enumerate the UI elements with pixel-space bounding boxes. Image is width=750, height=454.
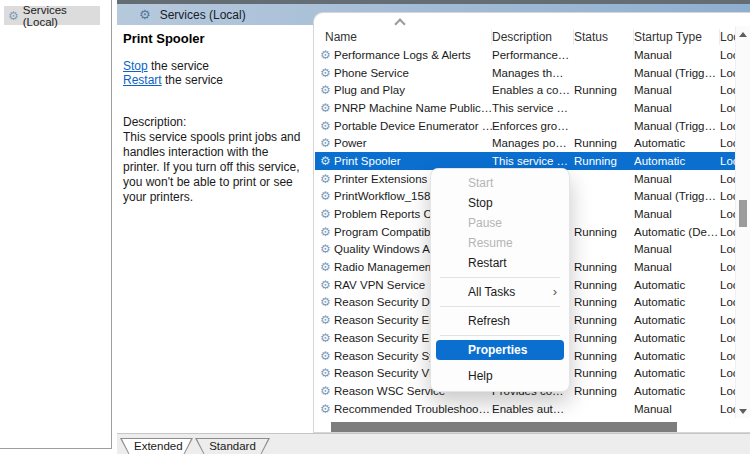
log-on-as-cell: Loc	[720, 385, 736, 397]
status-cell: Running	[574, 261, 634, 273]
log-on-as-cell: Loc	[720, 367, 736, 379]
restart-service-line: Restart the service	[123, 73, 223, 87]
log-on-as-cell: Loc	[720, 137, 736, 149]
menu-item-help[interactable]: Help	[431, 366, 569, 386]
vertical-scrollbar[interactable]	[735, 26, 750, 418]
startup-type-cell: Manual	[634, 208, 720, 220]
description-cell: Enforces gro…	[492, 120, 574, 132]
startup-type-cell: Automatic	[634, 332, 720, 344]
stop-service-link[interactable]: Stop	[123, 59, 148, 73]
status-cell: Running	[574, 137, 634, 149]
tree-item-label: Services (Local)	[23, 4, 100, 28]
log-on-as-cell: Loc	[720, 243, 736, 255]
table-row[interactable]: ⚙Portable Device Enumerator …Enforces gr…	[315, 117, 736, 135]
service-gear-icon: ⚙	[320, 332, 334, 344]
services-gear-icon: ⚙	[139, 8, 151, 21]
log-on-as-cell: Loc	[720, 350, 736, 362]
startup-type-cell: Manual	[634, 49, 720, 61]
submenu-arrow-icon: ›	[553, 282, 557, 302]
restart-service-link[interactable]: Restart	[123, 73, 162, 87]
name-cell: Power	[334, 137, 492, 149]
status-cell: Running	[574, 314, 634, 326]
scroll-down-icon[interactable]	[739, 409, 747, 414]
status-cell: Running	[574, 155, 634, 167]
log-on-as-cell: Loc	[720, 208, 736, 220]
description-cell: Performance…	[492, 49, 574, 61]
table-row[interactable]: ⚙Recommended Troubleshoo…Enables aut…Man…	[315, 400, 736, 418]
table-row[interactable]: ⚙Phone ServiceManages th…Manual (Trigg…L…	[315, 64, 736, 82]
horizontal-scrollbar-thumb[interactable]	[331, 422, 677, 432]
vertical-scrollbar-thumb[interactable]	[739, 200, 747, 227]
context-menu: StartStopPauseResumeRestartAll Tasks›Ref…	[430, 168, 570, 392]
column-header-description[interactable]: Description	[492, 29, 574, 45]
log-on-as-cell: Loc	[720, 84, 736, 96]
view-tab-bar: Extended Standard	[117, 433, 750, 454]
service-gear-icon: ⚙	[320, 243, 334, 255]
startup-type-cell: Manual	[634, 261, 720, 273]
startup-type-cell: Automatic	[634, 137, 720, 149]
name-cell: Phone Service	[334, 67, 492, 79]
description-cell: Manages th…	[492, 67, 574, 79]
log-on-as-cell: Loc	[720, 155, 736, 167]
service-gear-icon: ⚙	[320, 208, 334, 220]
log-on-as-cell: Loc	[720, 67, 736, 79]
status-cell: Running	[574, 385, 634, 397]
startup-type-cell: Automatic (De…	[634, 226, 720, 238]
log-on-as-cell: Loc	[720, 261, 736, 273]
tab-extended[interactable]: Extended	[120, 438, 193, 454]
menu-item-stop[interactable]: Stop	[431, 193, 569, 213]
service-description: Description: This service spools print j…	[123, 115, 307, 205]
service-gear-icon: ⚙	[320, 155, 334, 167]
startup-type-cell: Manual (Trigg…	[634, 120, 720, 132]
service-gear-icon: ⚙	[320, 350, 334, 362]
selected-service-title: Print Spooler	[123, 31, 205, 46]
startup-type-cell: Manual	[634, 173, 720, 185]
service-gear-icon: ⚙	[320, 296, 334, 308]
service-action-links: Stop the service Restart the service	[123, 59, 223, 87]
name-cell: Performance Logs & Alerts	[334, 49, 492, 61]
startup-type-cell: Manual (Trigg…	[634, 67, 720, 79]
tab-standard[interactable]: Standard	[195, 438, 270, 454]
service-gear-icon: ⚙	[320, 137, 334, 149]
status-cell: Running	[574, 279, 634, 291]
description-label: Description:	[123, 115, 307, 130]
scroll-up-icon[interactable]	[739, 32, 747, 37]
status-cell: Running	[574, 84, 634, 96]
table-row[interactable]: ⚙Performance Logs & AlertsPerformance…Ma…	[315, 46, 736, 64]
log-on-as-cell: Loc	[720, 314, 736, 326]
table-row[interactable]: ⚙Plug and PlayEnables a co…RunningManual…	[315, 81, 736, 99]
services-gear-icon: ⚙	[8, 10, 19, 22]
service-gear-icon: ⚙	[320, 173, 334, 185]
tab-label: Standard	[195, 438, 270, 454]
startup-type-cell: Automatic	[634, 314, 720, 326]
column-header-name[interactable]: Name	[325, 29, 492, 45]
log-on-as-cell: Loc	[720, 296, 736, 308]
console-tree-panel: ⚙ Services (Local)	[0, 0, 112, 449]
log-on-as-cell: Loc	[720, 403, 736, 415]
log-on-as-cell: Loc	[720, 120, 736, 132]
tab-label: Extended	[120, 438, 193, 454]
service-gear-icon: ⚙	[320, 49, 334, 61]
column-header-loc[interactable]: Loc	[720, 29, 735, 45]
tree-item-services-local[interactable]: ⚙ Services (Local)	[4, 6, 100, 25]
service-gear-icon: ⚙	[320, 84, 334, 96]
table-row[interactable]: ⚙PowerManages po…RunningAutomaticLoc	[315, 134, 736, 152]
column-header-status[interactable]: Status	[574, 29, 634, 45]
service-gear-icon: ⚙	[320, 67, 334, 79]
status-cell: Running	[574, 350, 634, 362]
column-header-startup-type[interactable]: Startup Type	[634, 29, 720, 45]
service-gear-icon: ⚙	[320, 385, 334, 397]
service-detail-panel: Print Spooler Stop the service Restart t…	[117, 25, 313, 433]
services-console-window: ⚙ Services (Local) ⚙ Services (Local) Pr…	[0, 0, 750, 454]
menu-item-pause: Pause	[431, 213, 569, 233]
startup-type-cell: Automatic	[634, 350, 720, 362]
menu-item-restart[interactable]: Restart	[431, 253, 569, 273]
startup-type-cell: Manual	[634, 403, 720, 415]
table-row[interactable]: ⚙PNRP Machine Name Public…This service ……	[315, 99, 736, 117]
name-cell: Plug and Play	[334, 84, 492, 96]
menu-item-properties[interactable]: Properties	[436, 340, 564, 360]
menu-item-refresh[interactable]: Refresh	[431, 311, 569, 331]
menu-item-all-tasks[interactable]: All Tasks›	[431, 282, 569, 302]
stop-service-text: the service	[148, 59, 209, 73]
description-cell: This service …	[492, 155, 574, 167]
